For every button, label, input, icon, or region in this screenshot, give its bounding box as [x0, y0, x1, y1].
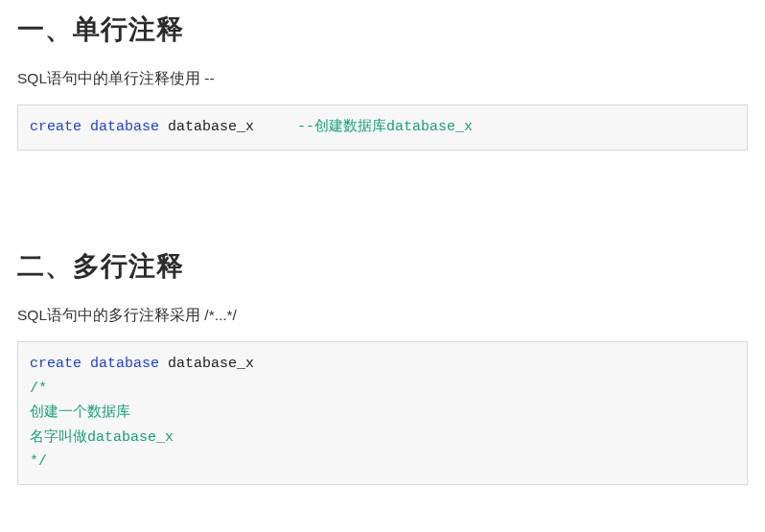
identifier-dbname: database_x [168, 119, 254, 135]
comment-line-2: 名字叫做database_x [30, 429, 174, 446]
desc-single-line: SQL语句中的单行注释使用 -- [17, 67, 748, 89]
comment-close: */ [30, 453, 47, 470]
keyword-database: database [90, 119, 159, 135]
comment-open: /* [30, 381, 47, 397]
keyword-create-2: create [30, 356, 81, 372]
comment-line-1: 创建一个数据库 [30, 405, 130, 421]
keyword-database-2: database [90, 356, 159, 372]
identifier-dbname-2: database_x [168, 356, 254, 372]
comment-single: --创建数据库database_x [297, 119, 473, 135]
desc-multi-line: SQL语句中的多行注释采用 /*...*/ [17, 304, 748, 326]
heading-single-line: 一、单行注释 [17, 10, 748, 50]
section-single-line-comment: 一、单行注释 SQL语句中的单行注释使用 -- create database … [17, 10, 748, 150]
heading-multi-line: 二、多行注释 [17, 246, 748, 287]
code-block-single-line: create database database_x --创建数据库databa… [17, 104, 748, 150]
code-gap [254, 119, 297, 135]
keyword-create: create [30, 119, 81, 135]
code-block-multi-line: create database database_x /* 创建一个数据库 名字… [17, 341, 748, 485]
section-multi-line-comment: 二、多行注释 SQL语句中的多行注释采用 /*...*/ create data… [17, 246, 748, 485]
